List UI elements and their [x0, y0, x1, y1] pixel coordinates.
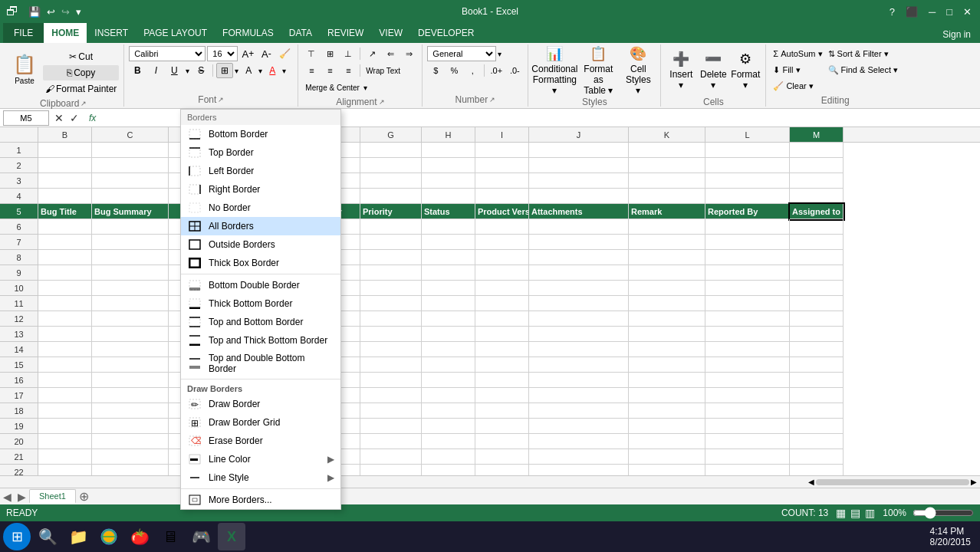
- fill-color-arrow[interactable]: ▾: [258, 67, 262, 75]
- clear-button[interactable]: 🧹 Clear ▾: [771, 78, 815, 94]
- row-num-16[interactable]: 16: [0, 373, 38, 388]
- cell-m1[interactable]: [790, 143, 844, 158]
- cell-styles-button[interactable]: 🎨 Cell Styles ▾: [620, 46, 656, 95]
- cell-k2[interactable]: [629, 158, 705, 173]
- conditional-formatting-button[interactable]: 📊 Conditional Formatting ▾: [533, 46, 576, 95]
- font-shrink-button[interactable]: A-: [258, 46, 275, 61]
- redo-button[interactable]: ↪: [59, 5, 72, 19]
- cell-h5[interactable]: Status: [422, 204, 475, 219]
- help-button[interactable]: ?: [887, 5, 897, 19]
- cell-k3[interactable]: [629, 173, 705, 189]
- currency-button[interactable]: $: [427, 63, 444, 78]
- row-num-15[interactable]: 15: [0, 357, 38, 373]
- bottom-double-border-item[interactable]: Bottom Double Border: [181, 276, 340, 294]
- scroll-left-button[interactable]: ◀: [808, 478, 814, 486]
- format-as-table-button[interactable]: 📋 Format as Table ▾: [579, 46, 617, 95]
- row-num-7[interactable]: 7: [0, 235, 38, 250]
- tab-developer[interactable]: DEVELOPER: [410, 23, 482, 43]
- tab-view[interactable]: VIEW: [371, 23, 410, 43]
- indent-decrease-button[interactable]: ⇐: [382, 46, 399, 61]
- font-grow-button[interactable]: A+: [239, 46, 256, 61]
- left-border-item[interactable]: Left Border: [181, 162, 340, 180]
- row-num-14[interactable]: 14: [0, 342, 38, 357]
- outside-borders-item[interactable]: Outside Borders: [181, 235, 340, 254]
- page-break-view-button[interactable]: ▥: [863, 505, 876, 521]
- col-header-b[interactable]: B: [38, 127, 92, 142]
- row-num-9[interactable]: 9: [0, 265, 38, 281]
- row-num-18[interactable]: 18: [0, 403, 38, 419]
- start-button[interactable]: ⊞: [3, 523, 31, 550]
- font-expand-icon[interactable]: ↗: [218, 96, 224, 104]
- col-header-m[interactable]: M: [790, 127, 844, 142]
- cell-b1[interactable]: [38, 143, 92, 158]
- cell-k5[interactable]: Remark: [629, 204, 705, 219]
- cell-g4[interactable]: [360, 189, 422, 204]
- top-thick-bottom-border-item[interactable]: Top and Thick Bottom Border: [181, 331, 340, 350]
- cell-l1[interactable]: [705, 143, 790, 158]
- scroll-right-button[interactable]: ▶: [971, 478, 977, 486]
- horizontal-scrollbar[interactable]: [816, 479, 969, 485]
- row-num-10[interactable]: 10: [0, 281, 38, 296]
- cell-i5[interactable]: Product Version: [475, 204, 529, 219]
- border-arrow[interactable]: ▾: [235, 67, 238, 75]
- col-header-c[interactable]: C: [92, 127, 169, 142]
- close-button[interactable]: ✕: [961, 5, 974, 19]
- page-layout-view-button[interactable]: ▤: [849, 505, 862, 521]
- align-left-button[interactable]: ≡: [303, 63, 320, 78]
- taskbar-icon-app1[interactable]: 🍅: [126, 523, 153, 550]
- ribbon-display-button[interactable]: ⬛: [903, 5, 920, 19]
- merge-arrow[interactable]: ▾: [363, 84, 367, 92]
- row-num-5[interactable]: 5: [0, 204, 38, 219]
- sign-in-button[interactable]: Sign in: [933, 26, 980, 43]
- taskbar-icon-files[interactable]: 📁: [64, 523, 92, 550]
- row-num-6[interactable]: 6: [0, 219, 38, 235]
- more-borders-item[interactable]: More Borders...: [181, 491, 340, 509]
- paste-button[interactable]: 📋 Paste: [8, 46, 41, 92]
- cancel-formula-button[interactable]: ✕: [52, 112, 66, 124]
- underline-button[interactable]: U: [166, 63, 183, 78]
- cell-h1[interactable]: [422, 143, 475, 158]
- insert-button[interactable]: ➕ Insert ▾: [666, 46, 696, 95]
- scroll-sheet-right-button[interactable]: ▶: [15, 491, 29, 503]
- cell-l5[interactable]: Reported By: [705, 204, 790, 219]
- indent-increase-button[interactable]: ⇒: [400, 46, 417, 61]
- bottom-border-item[interactable]: Bottom Border: [181, 125, 340, 143]
- cut-button[interactable]: ✂ Cut: [43, 49, 119, 64]
- customize-quickaccess-button[interactable]: ▾: [74, 5, 84, 19]
- autosum-button[interactable]: Σ AutoSum ▾: [771, 46, 824, 61]
- line-color-item[interactable]: Line Color ▶: [181, 450, 340, 468]
- draw-border-grid-item[interactable]: ⊞ Draw Border Grid: [181, 413, 340, 432]
- row-num-3[interactable]: 3: [0, 173, 38, 189]
- tab-file[interactable]: FILE: [3, 23, 44, 43]
- cell-m2[interactable]: [790, 158, 844, 173]
- font-color-button[interactable]: A: [264, 63, 281, 78]
- row-num-8[interactable]: 8: [0, 250, 38, 265]
- cell-j4[interactable]: [529, 189, 629, 204]
- col-header-g[interactable]: G: [360, 127, 422, 142]
- cell-k1[interactable]: [629, 143, 705, 158]
- cell-m5[interactable]: Assigned to: [790, 204, 844, 219]
- find-select-button[interactable]: 🔍 Find & Select ▾: [826, 62, 901, 77]
- font-family-select[interactable]: Calibri: [129, 46, 206, 61]
- scroll-sheet-left-button[interactable]: ◀: [0, 491, 15, 503]
- no-border-item[interactable]: No Border: [181, 199, 340, 217]
- cell-j5[interactable]: Attachments: [529, 204, 629, 219]
- line-style-item[interactable]: Line Style ▶: [181, 468, 340, 487]
- col-header-k[interactable]: K: [629, 127, 705, 142]
- font-color-arrow[interactable]: ▾: [282, 67, 286, 75]
- row-num-4[interactable]: 4: [0, 189, 38, 204]
- align-center-button[interactable]: ≡: [321, 63, 338, 78]
- cell-b5[interactable]: Bug Title: [38, 204, 92, 219]
- number-expand-icon[interactable]: ↗: [489, 96, 495, 104]
- row-num-22[interactable]: 22: [0, 465, 38, 475]
- cell-c2[interactable]: [92, 158, 169, 173]
- align-top-button[interactable]: ⊤: [303, 46, 320, 61]
- wrap-text-button[interactable]: Wrap Text: [363, 63, 403, 78]
- row-num-1[interactable]: 1: [0, 143, 38, 158]
- row-num-11[interactable]: 11: [0, 296, 38, 311]
- tab-page-layout[interactable]: PAGE LAYOUT: [136, 23, 215, 43]
- cell-b4[interactable]: [38, 189, 92, 204]
- cell-g1[interactable]: [360, 143, 422, 158]
- all-borders-item[interactable]: All Borders: [181, 217, 340, 235]
- delete-button[interactable]: ➖ Delete ▾: [698, 46, 728, 95]
